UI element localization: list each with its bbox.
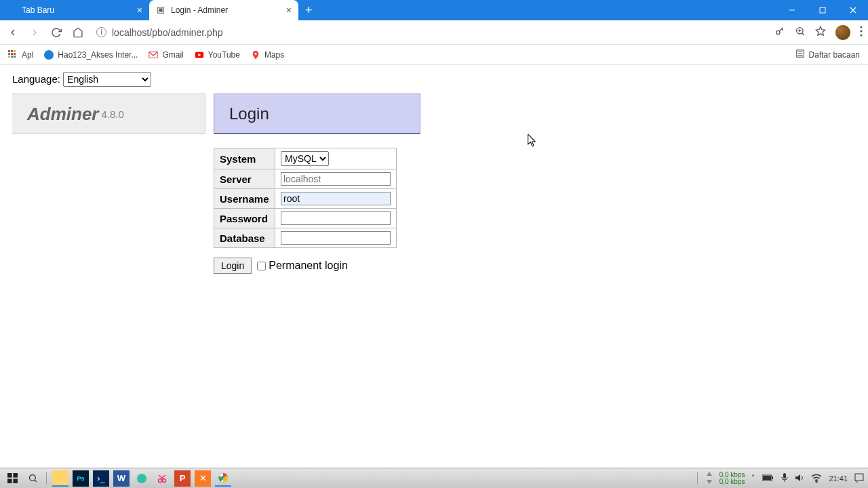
tab-favicon (7, 5, 16, 15)
browser-tab-1[interactable]: Login - Adminer × (149, 0, 298, 20)
svg-point-14 (861, 26, 863, 28)
system-tray: 0,0 kbps 0,0 kbps ˄ 21:41 (696, 472, 864, 485)
microphone-icon[interactable] (781, 473, 788, 484)
permanent-login-checkbox[interactable] (257, 262, 266, 270)
svg-rect-1 (159, 8, 162, 12)
taskbar-chrome[interactable] (215, 470, 231, 487)
maximize-button[interactable] (807, 0, 837, 20)
taskbar-snip[interactable] (154, 470, 170, 487)
bookmark-hao123[interactable]: Hao123_Akses Inter... (44, 50, 138, 60)
database-input[interactable] (281, 231, 391, 245)
bookmark-youtube[interactable]: YouTube (195, 50, 240, 60)
site-info-icon[interactable]: i (96, 27, 106, 37)
taskbar-xampp[interactable]: ✕ (195, 470, 211, 487)
notifications-icon[interactable] (854, 473, 864, 484)
browser-tab-0[interactable]: Tab Baru × (0, 0, 149, 20)
language-select[interactable]: English (63, 72, 151, 87)
reload-button[interactable] (49, 25, 64, 40)
svg-point-33 (163, 479, 166, 482)
reading-list[interactable]: Daftar bacaan (795, 49, 860, 60)
taskbar-powershell[interactable]: ›_ (93, 470, 109, 487)
svg-marker-45 (795, 474, 800, 481)
svg-point-16 (861, 35, 863, 37)
bookmark-label: Gmail (162, 50, 183, 60)
start-button[interactable] (4, 470, 20, 487)
taskbar-explorer[interactable] (52, 470, 68, 487)
server-label: Server (214, 169, 275, 189)
brand-version: 4.8.0 (101, 108, 123, 120)
language-row: Language: English (12, 72, 856, 87)
database-label: Database (214, 228, 275, 248)
gmail-icon (149, 50, 158, 60)
youtube-icon (195, 50, 204, 60)
bookmark-label: YouTube (208, 50, 240, 60)
close-tab-icon[interactable]: × (286, 5, 292, 16)
login-actions: Login Permanent login (214, 258, 420, 274)
language-label: Language: (12, 73, 60, 85)
bookmark-gmail[interactable]: Gmail (149, 50, 183, 60)
toolbar-right (774, 25, 863, 40)
bookmark-label: Maps (264, 50, 284, 60)
net-arrows-icon (706, 472, 713, 485)
taskbar-word[interactable]: W (113, 470, 130, 487)
volume-icon[interactable] (795, 473, 804, 484)
apps-icon (8, 50, 18, 60)
svg-point-15 (861, 30, 863, 33)
bookmark-maps[interactable]: Maps (251, 50, 284, 60)
close-window-button[interactable] (837, 0, 868, 20)
profile-avatar[interactable] (835, 25, 850, 40)
network-stats: 0,0 kbps 0,0 kbps (719, 472, 745, 485)
url-field[interactable]: i localhost/pbo/adminer.php (92, 27, 768, 38)
battery-icon[interactable] (762, 474, 774, 483)
tray-chevron-icon[interactable]: ˄ (751, 474, 755, 483)
password-key-icon[interactable] (774, 26, 785, 39)
svg-point-32 (159, 479, 162, 482)
svg-line-10 (802, 33, 804, 35)
login-button[interactable]: Login (214, 258, 252, 274)
svg-point-31 (137, 474, 146, 483)
taskbar-edge[interactable] (134, 470, 150, 487)
system-select[interactable]: MySQL (281, 151, 329, 166)
svg-rect-43 (783, 473, 786, 479)
kebab-menu-icon[interactable] (860, 26, 863, 39)
svg-marker-13 (816, 26, 825, 35)
svg-rect-28 (13, 479, 18, 483)
window-controls (776, 0, 868, 20)
taskbar-photoshop[interactable]: Ps (73, 470, 89, 487)
taskbar-powerpoint[interactable]: P (174, 470, 191, 487)
maps-pin-icon (251, 50, 260, 60)
back-button[interactable] (5, 25, 20, 40)
svg-rect-42 (763, 476, 771, 480)
svg-rect-27 (7, 479, 12, 483)
search-icon[interactable] (24, 470, 41, 487)
new-tab-button[interactable]: + (298, 0, 319, 20)
system-label: System (214, 148, 275, 169)
reading-list-label: Daftar bacaan (809, 50, 860, 60)
svg-line-30 (35, 480, 37, 482)
svg-point-20 (254, 52, 256, 54)
url-text: localhost/pbo/adminer.php (112, 27, 222, 38)
username-input[interactable] (281, 192, 391, 205)
net-down: 0,0 kbps (719, 472, 745, 479)
zoom-icon[interactable] (795, 26, 806, 39)
minimize-button[interactable] (776, 0, 807, 20)
browser-titlebar: Tab Baru × Login - Adminer × + (0, 0, 868, 20)
password-input[interactable] (281, 211, 391, 225)
svg-marker-39 (707, 480, 712, 484)
bookmark-star-icon[interactable] (815, 26, 826, 39)
server-input[interactable] (281, 172, 391, 186)
permanent-login-label[interactable]: Permanent login (257, 260, 348, 272)
windows-taskbar: Ps ›_ W P ✕ 0,0 kbps 0,0 kbps ˄ 21:41 (0, 468, 868, 488)
close-tab-icon[interactable]: × (137, 5, 142, 16)
tab-title: Tab Baru (22, 5, 54, 15)
forward-button[interactable] (27, 25, 42, 40)
wifi-icon[interactable] (811, 473, 822, 484)
svg-point-6 (776, 30, 780, 34)
net-up: 0,0 kbps (719, 479, 745, 485)
apps-shortcut[interactable]: Apl (8, 50, 33, 60)
svg-rect-3 (820, 7, 825, 13)
reading-list-icon (795, 49, 805, 60)
address-bar: i localhost/pbo/adminer.php (0, 20, 868, 45)
clock[interactable]: 21:41 (829, 474, 848, 483)
home-button[interactable] (71, 25, 85, 40)
